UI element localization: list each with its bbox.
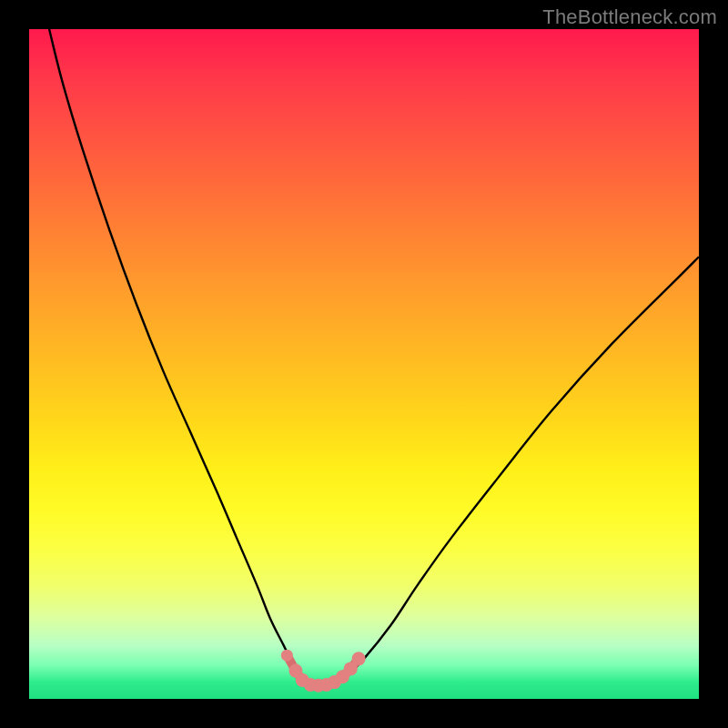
chart-frame: TheBottleneck.com — [0, 0, 728, 728]
valley-marker-group — [281, 650, 366, 693]
bottleneck-curve — [49, 29, 699, 686]
valley-marker-dot — [352, 652, 366, 665]
watermark-text: TheBottleneck.com — [542, 5, 717, 29]
valley-marker-dot — [281, 650, 293, 662]
plot-area — [29, 29, 699, 699]
curve-layer — [29, 29, 699, 699]
